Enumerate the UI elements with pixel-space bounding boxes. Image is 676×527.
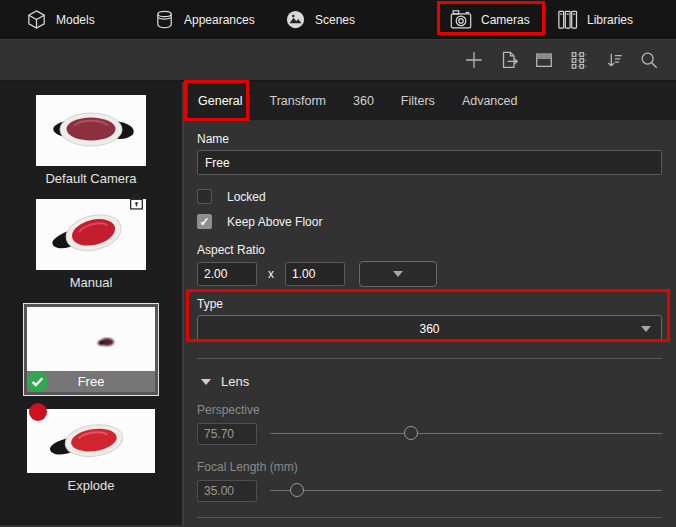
thumbnail-list-button[interactable] — [568, 49, 590, 71]
scene-image-icon — [284, 8, 307, 31]
add-camera-button[interactable] — [463, 49, 485, 71]
aspect-width-input[interactable]: 2.00 — [197, 262, 257, 286]
nav-tab-libraries[interactable]: Libraries — [556, 0, 633, 39]
aspect-ratio-label: Aspect Ratio — [197, 243, 662, 257]
nav-label: Libraries — [587, 13, 633, 27]
camera-name: Default Camera — [36, 171, 146, 186]
nav-label: Models — [56, 13, 95, 27]
main-ribbon: Models Appearances Scenes Cameras Librar… — [0, 0, 676, 40]
perspective-label: Perspective — [197, 403, 662, 417]
collapse-arrow-icon — [201, 379, 211, 385]
nav-label: Appearances — [184, 13, 255, 27]
tab-transform[interactable]: Transform — [269, 94, 326, 108]
camera-name: Explode — [27, 478, 155, 493]
search-icon[interactable] — [638, 49, 660, 71]
material-bucket-icon — [153, 8, 176, 31]
aspect-preset-dropdown[interactable] — [359, 261, 437, 287]
perspective-input[interactable]: 75.70 — [197, 423, 257, 445]
slider-thumb[interactable] — [404, 426, 418, 440]
keep-above-floor-checkbox[interactable]: ✓ — [197, 214, 212, 229]
split-view-button[interactable] — [533, 49, 555, 71]
tab-filters[interactable]: Filters — [401, 94, 435, 108]
camera-name: Manual — [36, 275, 146, 290]
nav-label: Scenes — [315, 13, 355, 27]
record-dot-icon — [29, 403, 47, 421]
camera-item-explode[interactable]: Explode — [27, 409, 155, 493]
aspect-height-input[interactable]: 1.00 — [285, 262, 345, 286]
chevron-down-icon — [641, 326, 651, 332]
active-check-icon — [27, 371, 48, 392]
sort-descending-button[interactable] — [603, 49, 625, 71]
nav-tab-cameras[interactable]: Cameras — [449, 0, 530, 39]
section-divider — [197, 358, 662, 359]
checkmark-icon: ✓ — [199, 216, 209, 228]
slider-thumb[interactable] — [290, 483, 304, 497]
name-input[interactable]: Free — [197, 150, 662, 175]
tab-advanced[interactable]: Advanced — [462, 94, 518, 108]
camera-thumbnail — [27, 409, 155, 473]
name-label: Name — [197, 132, 662, 146]
tab-general[interactable]: General — [198, 94, 242, 108]
lock-icon — [129, 193, 144, 210]
aspect-separator: x — [257, 267, 285, 281]
focal-length-slider[interactable] — [270, 480, 662, 502]
camera-toolbar — [0, 40, 676, 82]
camera-item-default[interactable]: Default Camera — [36, 95, 146, 186]
tab-360[interactable]: 360 — [353, 94, 374, 108]
export-button[interactable] — [498, 49, 520, 71]
keep-above-floor-label: Keep Above Floor — [227, 215, 322, 229]
type-dropdown[interactable]: 360 — [197, 315, 662, 342]
nav-label: Cameras — [481, 13, 530, 27]
nav-tab-models[interactable]: Models — [25, 0, 95, 39]
chevron-down-icon — [393, 271, 403, 277]
section-divider — [197, 517, 662, 518]
camera-thumbnail — [36, 199, 146, 270]
nav-tab-appearances[interactable]: Appearances — [153, 0, 255, 39]
focal-length-input[interactable]: 35.00 — [197, 480, 257, 502]
slider-track — [270, 433, 662, 434]
camera-item-free[interactable]: Free — [23, 303, 159, 396]
type-value: 360 — [419, 322, 439, 336]
nav-tab-scenes[interactable]: Scenes — [284, 0, 355, 39]
perspective-slider[interactable] — [270, 423, 662, 445]
camera-thumbnail — [27, 307, 155, 371]
lens-section-header[interactable]: Lens — [201, 374, 662, 389]
camera-thumbnail — [36, 95, 146, 166]
properties-tab-bar: General Transform 360 Filters Advanced — [184, 82, 676, 120]
library-books-icon — [556, 8, 579, 31]
camera-icon — [449, 8, 473, 31]
locked-checkbox[interactable]: ✓ — [197, 189, 212, 204]
cube-icon — [25, 8, 48, 31]
locked-label: Locked — [227, 190, 266, 204]
camera-item-manual[interactable]: Manual — [36, 199, 146, 290]
lens-title: Lens — [221, 374, 249, 389]
slider-track — [270, 490, 662, 491]
type-label: Type — [197, 297, 662, 311]
focal-length-label: Focal Length (mm) — [197, 460, 662, 474]
camera-list: Default Camera Manual — [0, 82, 184, 525]
